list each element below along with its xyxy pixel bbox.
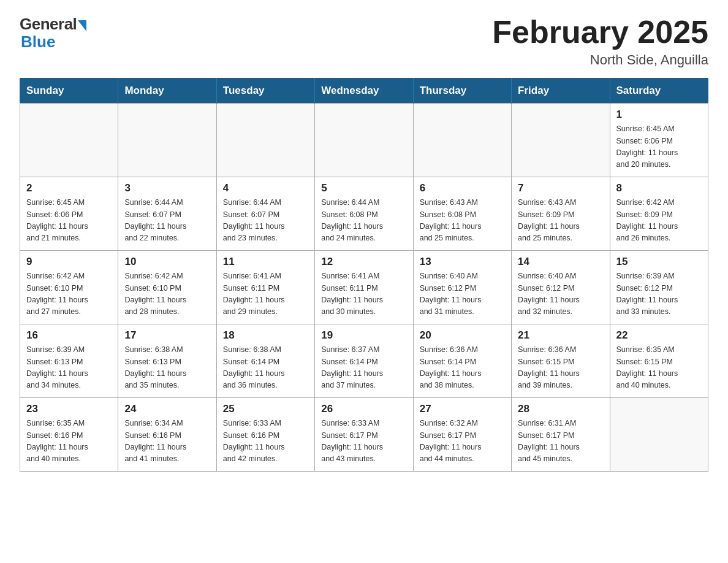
day-info: Sunrise: 6:38 AMSunset: 6:14 PMDaylight:… [223,344,308,392]
title-block: February 2025 North Side, Anguilla [492,15,708,68]
day-info: Sunrise: 6:41 AMSunset: 6:11 PMDaylight:… [321,270,406,318]
location-subtitle: North Side, Anguilla [492,52,708,68]
day-number: 12 [321,256,406,268]
table-row: 24Sunrise: 6:34 AMSunset: 6:16 PMDayligh… [118,398,216,472]
calendar-week-row: 1Sunrise: 6:45 AMSunset: 6:06 PMDaylight… [20,104,708,177]
day-info: Sunrise: 6:44 AMSunset: 6:07 PMDaylight:… [223,197,308,245]
table-row: 27Sunrise: 6:32 AMSunset: 6:17 PMDayligh… [413,398,511,472]
day-number: 19 [321,329,406,342]
logo-general-text: General [20,15,77,34]
day-info: Sunrise: 6:37 AMSunset: 6:14 PMDaylight:… [321,344,406,392]
calendar-table: Sunday Monday Tuesday Wednesday Thursday… [20,78,708,472]
day-number: 25 [223,403,308,415]
day-info: Sunrise: 6:36 AMSunset: 6:14 PMDaylight:… [420,344,505,392]
table-row: 8Sunrise: 6:42 AMSunset: 6:09 PMDaylight… [610,177,708,251]
day-info: Sunrise: 6:34 AMSunset: 6:16 PMDaylight:… [124,418,210,465]
table-row: 17Sunrise: 6:38 AMSunset: 6:13 PMDayligh… [118,324,216,398]
day-info: Sunrise: 6:40 AMSunset: 6:12 PMDaylight:… [420,270,505,318]
day-info: Sunrise: 6:42 AMSunset: 6:10 PMDaylight:… [26,270,112,318]
calendar-week-row: 9Sunrise: 6:42 AMSunset: 6:10 PMDaylight… [20,251,708,324]
calendar-week-row: 16Sunrise: 6:39 AMSunset: 6:13 PMDayligh… [20,324,708,398]
day-number: 18 [223,329,308,342]
day-number: 1 [616,109,702,121]
day-info: Sunrise: 6:36 AMSunset: 6:15 PMDaylight:… [518,344,603,392]
table-row: 25Sunrise: 6:33 AMSunset: 6:16 PMDayligh… [216,398,314,472]
day-info: Sunrise: 6:43 AMSunset: 6:08 PMDaylight:… [420,197,505,245]
day-info: Sunrise: 6:32 AMSunset: 6:17 PMDaylight:… [420,418,505,465]
table-row: 21Sunrise: 6:36 AMSunset: 6:15 PMDayligh… [512,324,610,398]
day-number: 10 [124,256,210,268]
day-number: 16 [26,329,112,342]
day-info: Sunrise: 6:38 AMSunset: 6:13 PMDaylight:… [124,344,210,392]
table-row: 7Sunrise: 6:43 AMSunset: 6:09 PMDaylight… [512,177,610,251]
day-number: 11 [223,256,308,268]
header-monday: Monday [118,79,216,104]
day-number: 20 [420,329,505,342]
day-number: 4 [223,182,308,194]
day-info: Sunrise: 6:40 AMSunset: 6:12 PMDaylight:… [518,270,603,318]
table-row: 5Sunrise: 6:44 AMSunset: 6:08 PMDaylight… [315,177,413,251]
calendar-week-row: 2Sunrise: 6:45 AMSunset: 6:06 PMDaylight… [20,177,708,251]
header-friday: Friday [512,79,610,104]
day-number: 24 [124,403,210,415]
day-number: 27 [420,403,505,415]
table-row: 23Sunrise: 6:35 AMSunset: 6:16 PMDayligh… [20,398,118,472]
table-row: 20Sunrise: 6:36 AMSunset: 6:14 PMDayligh… [413,324,511,398]
table-row: 3Sunrise: 6:44 AMSunset: 6:07 PMDaylight… [118,177,216,251]
table-row: 10Sunrise: 6:42 AMSunset: 6:10 PMDayligh… [118,251,216,324]
logo: General Blue [20,15,86,50]
day-number: 2 [26,182,112,194]
day-number: 23 [26,403,112,415]
day-number: 14 [518,256,603,268]
page-header: General Blue February 2025 North Side, A… [20,15,708,68]
table-row: 13Sunrise: 6:40 AMSunset: 6:12 PMDayligh… [413,251,511,324]
table-row: 2Sunrise: 6:45 AMSunset: 6:06 PMDaylight… [20,177,118,251]
header-wednesday: Wednesday [315,79,413,104]
day-number: 8 [616,182,702,194]
table-row: 16Sunrise: 6:39 AMSunset: 6:13 PMDayligh… [20,324,118,398]
day-info: Sunrise: 6:45 AMSunset: 6:06 PMDaylight:… [616,123,702,171]
day-info: Sunrise: 6:35 AMSunset: 6:16 PMDaylight:… [26,418,112,465]
day-number: 7 [518,182,603,194]
calendar-week-row: 23Sunrise: 6:35 AMSunset: 6:16 PMDayligh… [20,398,708,472]
day-info: Sunrise: 6:43 AMSunset: 6:09 PMDaylight:… [518,197,603,245]
header-sunday: Sunday [20,79,118,104]
logo-arrow-icon [78,20,86,31]
day-info: Sunrise: 6:39 AMSunset: 6:13 PMDaylight:… [26,344,112,392]
table-row: 15Sunrise: 6:39 AMSunset: 6:12 PMDayligh… [610,251,708,324]
day-number: 21 [518,329,603,342]
day-info: Sunrise: 6:42 AMSunset: 6:10 PMDaylight:… [124,270,210,318]
day-number: 22 [616,329,702,342]
day-info: Sunrise: 6:31 AMSunset: 6:17 PMDaylight:… [518,418,603,465]
table-row [118,104,216,177]
table-row [315,104,413,177]
day-info: Sunrise: 6:33 AMSunset: 6:16 PMDaylight:… [223,418,308,465]
day-number: 3 [124,182,210,194]
table-row: 22Sunrise: 6:35 AMSunset: 6:15 PMDayligh… [610,324,708,398]
table-row: 9Sunrise: 6:42 AMSunset: 6:10 PMDaylight… [20,251,118,324]
table-row: 26Sunrise: 6:33 AMSunset: 6:17 PMDayligh… [315,398,413,472]
table-row [413,104,511,177]
table-row: 19Sunrise: 6:37 AMSunset: 6:14 PMDayligh… [315,324,413,398]
header-thursday: Thursday [413,79,511,104]
weekday-header-row: Sunday Monday Tuesday Wednesday Thursday… [20,79,708,104]
table-row [20,104,118,177]
table-row: 28Sunrise: 6:31 AMSunset: 6:17 PMDayligh… [512,398,610,472]
table-row: 1Sunrise: 6:45 AMSunset: 6:06 PMDaylight… [610,104,708,177]
table-row [216,104,314,177]
table-row: 14Sunrise: 6:40 AMSunset: 6:12 PMDayligh… [512,251,610,324]
day-number: 28 [518,403,603,415]
day-number: 15 [616,256,702,268]
day-number: 6 [420,182,505,194]
day-info: Sunrise: 6:41 AMSunset: 6:11 PMDaylight:… [223,270,308,318]
header-tuesday: Tuesday [216,79,314,104]
table-row: 18Sunrise: 6:38 AMSunset: 6:14 PMDayligh… [216,324,314,398]
table-row: 12Sunrise: 6:41 AMSunset: 6:11 PMDayligh… [315,251,413,324]
day-info: Sunrise: 6:44 AMSunset: 6:08 PMDaylight:… [321,197,406,245]
day-number: 17 [124,329,210,342]
day-info: Sunrise: 6:33 AMSunset: 6:17 PMDaylight:… [321,418,406,465]
table-row: 6Sunrise: 6:43 AMSunset: 6:08 PMDaylight… [413,177,511,251]
table-row [610,398,708,472]
table-row: 4Sunrise: 6:44 AMSunset: 6:07 PMDaylight… [216,177,314,251]
table-row: 11Sunrise: 6:41 AMSunset: 6:11 PMDayligh… [216,251,314,324]
